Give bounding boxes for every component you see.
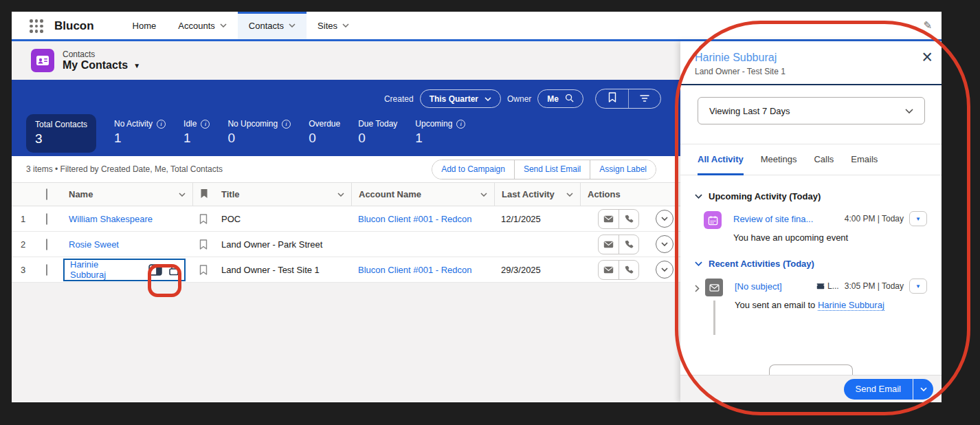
kpi-upcoming[interactable]: Upcomingi 1 xyxy=(415,114,465,146)
call-action-button[interactable] xyxy=(619,261,638,279)
kpi-due-today[interactable]: Due Today 0 xyxy=(358,114,397,146)
contact-name-link[interactable]: Rosie Sweet xyxy=(63,239,119,250)
nav-tab-contacts[interactable]: Contacts xyxy=(238,12,307,39)
add-to-campaign-button[interactable]: Add to Campaign xyxy=(432,160,514,179)
nav-tab-accounts[interactable]: Accounts xyxy=(167,12,237,39)
column-header-account[interactable]: Account Name xyxy=(359,189,421,199)
tab-emails[interactable]: Emails xyxy=(851,144,878,175)
object-label: Contacts xyxy=(63,50,140,59)
email-action-button[interactable] xyxy=(599,210,619,228)
row-number: 3 xyxy=(12,265,41,275)
nav-tab-sites[interactable]: Sites xyxy=(307,12,360,39)
filters-panel-button[interactable] xyxy=(628,89,660,108)
pin-view-button[interactable] xyxy=(596,89,628,108)
send-list-email-button[interactable]: Send List Email xyxy=(514,160,590,179)
info-icon[interactable]: i xyxy=(201,120,210,129)
select-all-checkbox[interactable] xyxy=(46,188,47,200)
info-icon[interactable]: i xyxy=(456,120,465,129)
bookmark-icon[interactable] xyxy=(199,214,208,224)
date-range-dropdown[interactable]: Viewing Last 7 Days xyxy=(698,97,925,124)
kpi-total-contacts[interactable]: Total Contacts 3 xyxy=(26,114,96,153)
info-icon[interactable]: i xyxy=(157,120,166,129)
upcoming-section-header[interactable]: Upcoming Activity (Today) xyxy=(695,191,927,201)
app-launcher-icon[interactable] xyxy=(30,19,43,33)
recent-section-header[interactable]: Recent Activities (Today) xyxy=(695,259,927,269)
chevron-down-icon[interactable] xyxy=(480,193,487,197)
view-all-button-partial[interactable] xyxy=(769,364,853,375)
call-action-button[interactable] xyxy=(619,235,638,254)
created-filter-pill[interactable]: This Quarter xyxy=(420,89,501,108)
kpi-value: 1 xyxy=(183,131,210,146)
kpi-idle[interactable]: Idlei 1 xyxy=(183,114,210,146)
assign-label-button[interactable]: Assign Label xyxy=(590,160,656,179)
kpi-value: 0 xyxy=(227,131,291,146)
list-actions-group: Add to Campaign Send List Email Assign L… xyxy=(432,160,656,179)
kpi-overdue[interactable]: Overdue 0 xyxy=(309,114,340,146)
upcoming-activity-item: Review of site fina... 4:00 PM | Today ▼… xyxy=(695,211,927,243)
recipient-link[interactable]: Harinie Subburaj xyxy=(818,300,884,311)
chevron-down-icon xyxy=(905,109,913,113)
chevron-down-icon[interactable] xyxy=(179,193,186,197)
table-row: 2 Rosie Sweet Land Owner - Park Street xyxy=(12,232,680,257)
tab-meetings[interactable]: Meetings xyxy=(761,144,797,175)
email-description: You sent an email to Harinie Subburaj xyxy=(735,300,927,310)
email-activity-icon xyxy=(705,279,723,296)
kpi-no-upcoming[interactable]: No Upcomingi 0 xyxy=(227,114,291,146)
row-checkbox[interactable] xyxy=(46,213,47,225)
table-row-selected: 3 Harinie Subburaj Land Owner - Test Sit… xyxy=(12,257,680,283)
row-actions-menu-button[interactable] xyxy=(656,261,673,279)
email-time: 3:05 PM | Today xyxy=(845,281,904,291)
close-icon[interactable]: × xyxy=(922,48,933,67)
open-side-panel-icon[interactable] xyxy=(148,264,162,276)
email-actions-menu-button[interactable]: ▼ xyxy=(909,279,927,294)
chevron-down-icon xyxy=(695,194,702,199)
edit-nav-pencil-icon[interactable]: ✎ xyxy=(923,19,932,32)
event-icon xyxy=(704,211,722,229)
email-subject-link[interactable]: [No subject] xyxy=(735,281,811,292)
nav-tab-home[interactable]: Home xyxy=(122,12,168,39)
call-action-button[interactable] xyxy=(619,210,638,228)
email-action-button[interactable] xyxy=(599,261,619,279)
column-header-name[interactable]: Name xyxy=(69,189,93,199)
bookmark-icon[interactable] xyxy=(199,265,208,275)
column-header-last-activity[interactable]: Last Activity xyxy=(502,189,555,199)
tab-calls[interactable]: Calls xyxy=(814,144,834,175)
last-activity-cell: 12/1/2025 xyxy=(494,214,580,224)
table-header-row: Name Title Account Name Last Activity Ac… xyxy=(12,182,680,206)
owner-filter-pill[interactable]: Me xyxy=(537,89,583,108)
send-email-button[interactable]: Send Email xyxy=(844,379,933,400)
chevron-down-icon xyxy=(220,23,227,28)
row-checkbox[interactable] xyxy=(46,239,47,250)
event-subject-link[interactable]: Review of site fina... xyxy=(733,214,839,224)
chevron-down-icon[interactable] xyxy=(566,193,573,197)
account-name-link[interactable]: Blucon Client #001 - Redcon xyxy=(358,265,472,275)
send-email-menu-button[interactable] xyxy=(913,379,933,400)
chevron-right-icon[interactable] xyxy=(695,283,700,335)
label-column-bookmark-icon[interactable] xyxy=(200,188,208,201)
row-actions-menu-button[interactable] xyxy=(656,235,673,253)
info-icon[interactable]: i xyxy=(282,120,291,129)
email-action-button[interactable] xyxy=(599,235,619,254)
row-checkbox[interactable] xyxy=(46,264,47,276)
column-header-actions: Actions xyxy=(588,189,621,199)
bookmark-icon[interactable] xyxy=(199,239,208,250)
last-activity-cell: 29/3/2025 xyxy=(494,265,580,275)
panel-contact-link[interactable]: Harinie Subburaj xyxy=(695,52,777,63)
row-quick-actions xyxy=(598,209,639,229)
chevron-down-icon xyxy=(485,97,491,101)
chevron-down-icon[interactable] xyxy=(337,193,344,197)
list-view-selector[interactable]: My Contacts ▼ xyxy=(63,59,140,72)
row-actions-menu-button[interactable] xyxy=(656,210,673,228)
account-name-link[interactable]: Blucon Client #001 - Redcon xyxy=(358,214,472,224)
column-header-title[interactable]: Title xyxy=(221,189,240,199)
contact-title-cell: Land Owner - Park Street xyxy=(214,239,351,250)
lock-icon xyxy=(168,264,179,276)
event-time: 4:00 PM | Today xyxy=(845,214,904,224)
upcoming-activity-section: Upcoming Activity (Today) Review of site… xyxy=(680,191,942,243)
contact-name-link[interactable]: William Shakespeare xyxy=(63,214,153,224)
event-actions-menu-button[interactable]: ▼ xyxy=(909,211,927,226)
tab-all-activity[interactable]: All Activity xyxy=(698,144,744,175)
kpi-no-activity[interactable]: No Activityi 1 xyxy=(114,114,166,146)
list-summary: 3 items • Filtered by Created Date, Me, … xyxy=(26,164,223,174)
contact-name-link[interactable]: Harinie Subburaj xyxy=(70,259,136,280)
